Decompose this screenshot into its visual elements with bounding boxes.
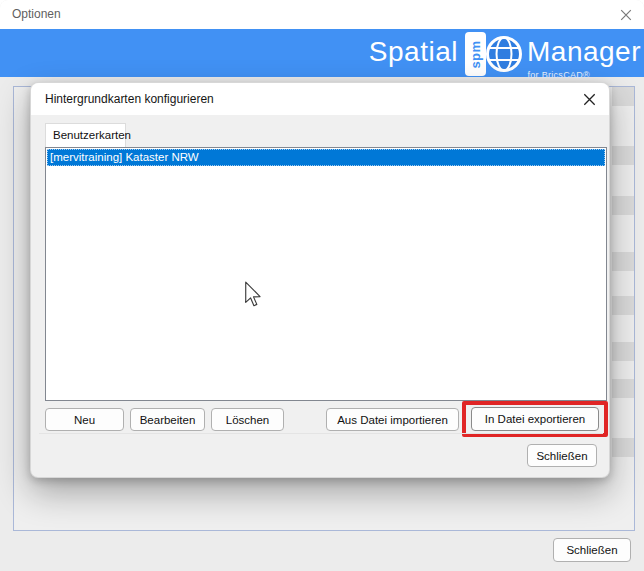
optionen-window: Optionen Spatial spm Manager for BricsCA… bbox=[0, 0, 644, 571]
globe-icon bbox=[484, 34, 524, 74]
dialog-close-icon[interactable] bbox=[580, 90, 598, 108]
occluded-row bbox=[612, 379, 634, 398]
logo-word-manager: Manager bbox=[527, 38, 641, 66]
logo-word-spatial: Spatial bbox=[369, 38, 458, 66]
occluded-row bbox=[612, 196, 634, 215]
occluded-row bbox=[612, 87, 634, 106]
maps-listbox[interactable]: [mervitraining] Kataster NRW bbox=[45, 147, 607, 401]
hintergrundkarten-dialog: Hintergrundkarten konfigurieren Benutzer… bbox=[30, 82, 610, 478]
occluded-row bbox=[612, 342, 634, 361]
window-title: Optionen bbox=[12, 0, 61, 29]
neu-button[interactable]: Neu bbox=[45, 408, 124, 431]
window-schliessen-button[interactable]: Schließen bbox=[553, 538, 631, 562]
loeschen-button[interactable]: Löschen bbox=[211, 408, 284, 431]
dialog-schliessen-button[interactable]: Schließen bbox=[527, 444, 597, 467]
import-button[interactable]: Aus Datei importieren bbox=[326, 408, 459, 431]
occluded-row bbox=[612, 146, 634, 165]
occluded-row bbox=[612, 252, 634, 271]
logo-tagline: for BricsCAD® bbox=[527, 70, 590, 80]
window-titlebar[interactable]: Optionen bbox=[0, 0, 644, 29]
occluded-row bbox=[612, 438, 634, 457]
window-close-icon[interactable] bbox=[616, 5, 636, 25]
bearbeiten-button[interactable]: Bearbeiten bbox=[130, 408, 205, 431]
spatial-manager-logo: Spatial spm Manager bbox=[369, 29, 641, 77]
export-button[interactable]: In Datei exportieren bbox=[471, 407, 599, 431]
tab-benutzerkarten[interactable]: Benutzerkarten bbox=[45, 123, 126, 147]
spm-badge: spm bbox=[465, 32, 486, 76]
dialog-titlebar[interactable]: Hintergrundkarten konfigurieren bbox=[31, 83, 609, 115]
dialog-title: Hintergrundkarten konfigurieren bbox=[45, 83, 214, 115]
spm-badge-label: spm bbox=[468, 40, 483, 68]
list-item[interactable]: [mervitraining] Kataster NRW bbox=[47, 149, 605, 166]
dialog-separator bbox=[39, 433, 603, 434]
occluded-row bbox=[612, 296, 634, 315]
brand-banner: Spatial spm Manager for BricsCAD® bbox=[0, 29, 644, 77]
